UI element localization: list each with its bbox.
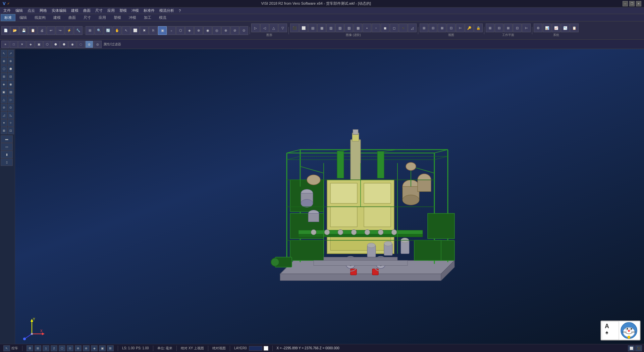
- img10-btn[interactable]: ▫: [372, 24, 380, 32]
- side-deselect-btn[interactable]: ↗: [8, 50, 14, 57]
- img14-btn[interactable]: ◿: [408, 24, 417, 32]
- side-tool6[interactable]: ⊟: [8, 73, 14, 80]
- status-btn-7[interactable]: ⊕: [75, 345, 82, 351]
- side-tool7[interactable]: ◈: [1, 81, 7, 88]
- wp1-btn[interactable]: ⊞: [486, 24, 494, 32]
- tab-mold[interactable]: 塑模: [110, 14, 125, 21]
- img3-btn[interactable]: ▤: [308, 24, 317, 32]
- wp2-btn[interactable]: ⊟: [495, 24, 503, 32]
- side-tool18[interactable]: ✧: [8, 119, 14, 127]
- select-btn[interactable]: ↖: [122, 26, 130, 35]
- undo-btn[interactable]: ↩: [47, 26, 55, 35]
- img1-btn[interactable]: ⬛: [290, 24, 299, 32]
- menu-solid[interactable]: 实体编辑: [50, 8, 68, 13]
- zoom-fit-btn[interactable]: ⊞: [86, 26, 94, 35]
- status-right-2[interactable]: ⬛: [635, 345, 642, 351]
- status-btn-11[interactable]: ⊠: [107, 345, 114, 351]
- extra-btn2[interactable]: 🔧: [74, 26, 83, 35]
- side-tool14[interactable]: ⊙: [8, 104, 14, 111]
- side-tool16[interactable]: ◺: [8, 112, 14, 119]
- sys4-btn[interactable]: 📉: [561, 24, 570, 32]
- wp5-btn[interactable]: ⊢: [522, 24, 531, 32]
- prop-btn5[interactable]: ▣: [35, 41, 43, 48]
- menu-model[interactable]: 建模: [69, 8, 80, 13]
- close-button[interactable]: ✕: [636, 1, 641, 6]
- sys1-btn[interactable]: ⚙: [534, 24, 542, 32]
- side-tool8[interactable]: ◉: [8, 81, 14, 88]
- menu-flow[interactable]: 模流分析: [157, 8, 176, 13]
- prop-btn3[interactable]: ✕: [18, 41, 26, 48]
- tab-machining[interactable]: 加工: [140, 14, 155, 21]
- img6-btn[interactable]: ▧: [335, 24, 344, 32]
- wp4-btn[interactable]: ⊡: [513, 24, 522, 32]
- prop-btn2[interactable]: □: [10, 41, 18, 48]
- side-tool9[interactable]: ▣: [1, 88, 7, 96]
- menu-pointcloud[interactable]: 点云: [25, 8, 37, 13]
- view7-btn[interactable]: 🔒: [474, 24, 483, 32]
- tool7-btn[interactable]: ◎: [212, 26, 221, 35]
- side-tool4[interactable]: ⬢: [8, 65, 14, 73]
- tool2-btn[interactable]: ⬦: [167, 26, 176, 35]
- status-btn-10[interactable]: ▣: [99, 345, 106, 351]
- redo-btn[interactable]: ↪: [56, 26, 64, 35]
- rotate-btn[interactable]: 🔄: [104, 26, 112, 35]
- menu-file[interactable]: 文件: [1, 8, 13, 13]
- sys3-btn[interactable]: 📈: [552, 24, 560, 32]
- active-tool-btn[interactable]: ▣: [158, 26, 167, 35]
- tab-moldflow[interactable]: 模流: [155, 14, 170, 21]
- img12-btn[interactable]: ◻: [390, 24, 398, 32]
- view3-btn[interactable]: ⊠: [438, 24, 446, 32]
- delete-btn[interactable]: ✖: [140, 26, 149, 35]
- minimize-button[interactable]: ─: [623, 1, 628, 6]
- status-right-1[interactable]: ⬜: [628, 345, 635, 351]
- pan-btn[interactable]: ✋: [113, 26, 121, 35]
- prop-btn6[interactable]: ⬡: [43, 41, 51, 48]
- img9-btn[interactable]: ▪: [363, 24, 371, 32]
- copy-btn[interactable]: ⎘: [149, 26, 158, 35]
- prop-btn11[interactable]: ◍: [85, 41, 93, 48]
- img7-btn[interactable]: ▨: [344, 24, 353, 32]
- tab-die[interactable]: 冲模: [125, 14, 140, 21]
- prop-btn4[interactable]: ◈: [26, 41, 35, 48]
- side-tool11[interactable]: △: [1, 96, 7, 103]
- box-select-btn[interactable]: ⬜: [131, 26, 140, 35]
- side-tool20[interactable]: ⊡: [8, 127, 14, 134]
- side-tool2[interactable]: ⊗: [8, 57, 14, 65]
- view6-btn[interactable]: 🔑: [465, 24, 474, 32]
- tab-apply[interactable]: 应用: [95, 14, 110, 21]
- prop-btn9[interactable]: ◉: [68, 41, 76, 48]
- view1-btn[interactable]: ⊞: [420, 24, 428, 32]
- side-tool17[interactable]: ✦: [1, 119, 7, 127]
- tab-edit[interactable]: 编辑: [16, 14, 31, 21]
- tab-standard[interactable]: 标准: [1, 14, 15, 21]
- side-tool13[interactable]: ⊘: [1, 104, 7, 111]
- img8-btn[interactable]: ▩: [354, 24, 362, 32]
- status-icon-1[interactable]: ↖: [3, 345, 10, 351]
- menu-surface[interactable]: 曲面: [81, 8, 93, 13]
- tab-surface[interactable]: 曲面: [65, 14, 79, 21]
- open-btn[interactable]: 📂: [10, 26, 19, 35]
- save-btn[interactable]: 💾: [19, 26, 28, 35]
- status-btn-5[interactable]: ⬡: [59, 345, 65, 351]
- side-tool5[interactable]: ⊞: [1, 73, 7, 80]
- tool8-btn[interactable]: ⊗: [221, 26, 230, 35]
- side-single3[interactable]: ▮: [1, 151, 13, 158]
- tool5-btn[interactable]: ⊕: [194, 26, 203, 35]
- status-btn-4[interactable]: 2: [51, 345, 57, 351]
- img2-btn[interactable]: ⬜: [299, 24, 308, 32]
- sys5-btn[interactable]: 📋: [570, 24, 579, 32]
- status-btn-8[interactable]: ⊗: [83, 345, 90, 351]
- save-as-btn[interactable]: 📋: [29, 26, 37, 35]
- tab-wireframe[interactable]: 线架构: [31, 14, 49, 21]
- viewport[interactable]: Y X A: [15, 49, 644, 344]
- wp3-btn[interactable]: ⊠: [504, 24, 513, 32]
- tool4-btn[interactable]: ◈: [185, 26, 194, 35]
- window-controls[interactable]: ─ ❐ ✕: [623, 1, 641, 6]
- img5-btn[interactable]: ▥: [326, 24, 335, 32]
- status-btn-2[interactable]: ⊞: [35, 345, 41, 351]
- view4-btn[interactable]: ⊡: [447, 24, 455, 32]
- side-tool10[interactable]: ▤: [8, 88, 14, 96]
- side-tool15[interactable]: ◿: [1, 112, 7, 119]
- img4-btn[interactable]: ▦: [317, 24, 326, 32]
- side-tool1[interactable]: ⊕: [1, 57, 7, 65]
